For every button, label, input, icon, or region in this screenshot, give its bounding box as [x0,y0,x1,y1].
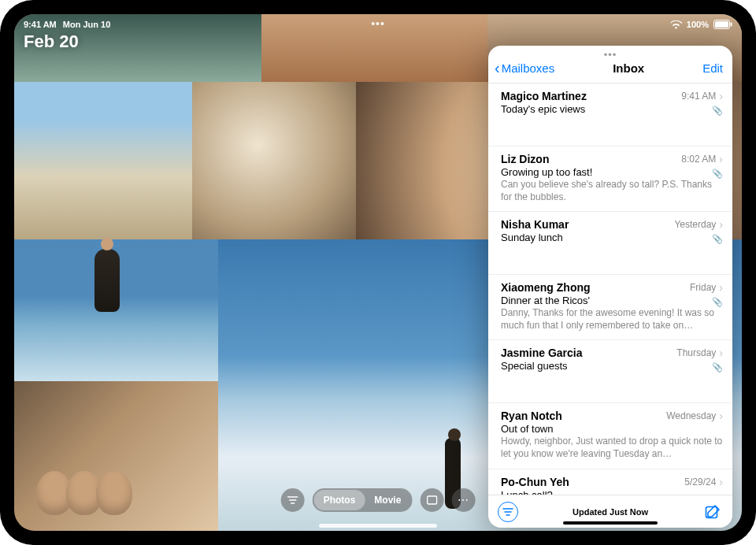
mail-sender: Magico Martinez [501,90,587,102]
attachment-icon: 📎 [712,362,723,373]
status-date: Mon Jun 10 [63,20,111,29]
mail-message-list[interactable]: Magico Martinez 9:41 AM › Today's epic v… [488,83,732,495]
chevron-right-icon: › [719,90,723,102]
battery-icon [713,20,732,29]
slideover-home-indicator[interactable] [563,521,658,525]
mail-message-row[interactable]: Po-Chun Yeh 5/29/24 › Lunch call? [488,469,732,495]
mail-time: Wednesday [666,410,716,421]
mail-preview: Danny, Thanks for the awesome evening! I… [501,307,723,332]
mail-sender: Jasmine Garcia [501,347,583,359]
mail-updated-status: Updated Just Now [488,507,732,517]
mail-time: Friday [690,282,716,293]
mailboxes-back-button[interactable]: ‹ Mailboxes [495,61,554,75]
mail-subject: Today's epic views [501,103,723,115]
mail-subject: Lunch call? [501,489,723,495]
mail-sender: Nisha Kumar [501,218,569,231]
chevron-right-icon: › [719,218,723,231]
chevron-right-icon: › [719,410,723,422]
mail-message-row[interactable]: Liz Dizon 8:02 AM › Growing up too fast!… [488,146,732,212]
mail-message-row[interactable]: Ryan Notch Wednesday › Out of town Howdy… [488,403,732,469]
mail-time: Yesterday [674,219,716,230]
compose-button[interactable] [702,502,723,522]
mail-preview [501,244,723,266]
mail-subject: Special guests [501,360,723,372]
mail-message-row[interactable]: Jasmine Garcia Thursday › Special guests… [488,340,732,403]
mail-preview: Howdy, neighbor, Just wanted to drop a q… [501,436,723,460]
mail-nav-bar: ‹ Mailboxes Inbox Edit [488,58,732,83]
chevron-right-icon: › [719,153,723,165]
photo-thumbnail[interactable] [14,82,192,239]
chevron-right-icon: › [719,476,723,488]
photos-view-segmented: Photos Movie [313,488,413,512]
mail-edit-button[interactable]: Edit [702,61,723,75]
chevron-left-icon: ‹ [495,62,500,73]
home-indicator[interactable] [319,524,437,528]
segmented-movie[interactable]: Movie [365,490,410,510]
attachment-icon: 📎 [712,169,723,179]
mail-time: Thursday [676,347,716,358]
mail-message-row[interactable]: Xiaomeng Zhong Friday › Dinner at the Ri… [488,275,732,340]
mail-sender: Ryan Notch [501,410,562,422]
mail-preview [501,373,723,395]
battery-percent: 100% [687,20,709,29]
status-bar: 9:41 AM Mon Jun 10 100% [14,16,742,33]
segmented-movie-label: Movie [374,495,401,506]
attachment-icon: 📎 [712,106,723,116]
photo-person-silhouette [94,249,120,312]
filter-mail-button[interactable] [498,502,518,522]
filter-icon[interactable] [281,488,305,512]
more-icon[interactable]: ⋯ [451,488,475,512]
mail-preview [501,116,723,138]
chevron-right-icon: › [719,281,723,294]
slideover-handle-dots-icon[interactable]: ••• [488,46,732,58]
segmented-photos[interactable]: Photos [314,490,365,510]
svg-rect-1 [715,21,728,28]
mail-time: 8:02 AM [681,154,716,165]
mail-title: Inbox [613,61,644,75]
mail-message-row[interactable]: Nisha Kumar Yesterday › Sunday lunch 📎 [488,212,732,275]
mail-sender: Xiaomeng Zhong [501,281,591,294]
mail-sender: Po-Chun Yeh [501,476,569,488]
ipad-screen: 9:41 AM Mon Jun 10 100% ••• Feb 20 [14,14,742,531]
segmented-photos-label: Photos [324,495,356,506]
photos-bottom-toolbar: Photos Movie ⋯ [281,487,476,513]
mail-preview: Can you believe she's already so tall? P… [501,179,723,203]
status-time: 9:41 AM [24,20,57,29]
mail-subject: Out of town [501,423,723,435]
wifi-icon [670,20,682,29]
mail-time: 5/29/24 [684,476,716,488]
attachment-icon: 📎 [712,234,723,244]
mail-sender: Liz Dizon [501,153,549,165]
photo-faces [36,471,126,515]
photo-thumbnail[interactable] [192,82,356,239]
mail-message-row[interactable]: Magico Martinez 9:41 AM › Today's epic v… [488,83,732,146]
attachment-icon: 📎 [712,297,723,307]
mail-slideover-panel: ••• ‹ Mailboxes Inbox Edit Magico Martin… [488,46,732,528]
aspect-icon[interactable] [420,488,443,512]
photos-date-header: Feb 20 [24,32,79,52]
mail-subject: Growing up too fast! [501,166,723,178]
chevron-right-icon: › [719,347,723,359]
mail-subject: Sunday lunch [501,232,723,243]
mail-subject: Dinner at the Ricos' [501,295,723,306]
mailboxes-back-label: Mailboxes [502,61,555,75]
svg-rect-2 [731,23,732,27]
mail-time: 9:41 AM [681,91,716,102]
svg-rect-3 [427,496,436,504]
ipad-device-frame: 9:41 AM Mon Jun 10 100% ••• Feb 20 [0,0,756,545]
